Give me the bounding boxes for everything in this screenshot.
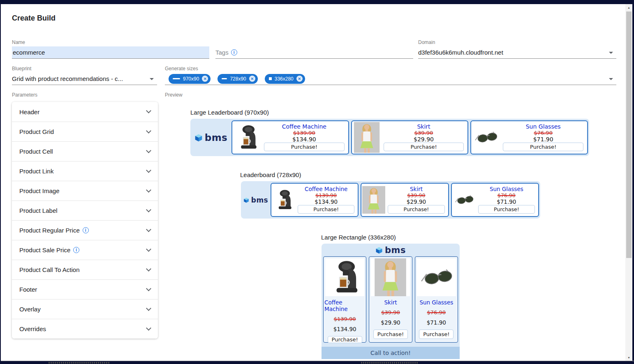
chevron-down-icon	[146, 207, 151, 212]
param-item-product-sale-price[interactable]: Product Sale Price	[12, 240, 158, 260]
chevron-down-icon	[146, 168, 151, 173]
product-old-price: $39.90	[414, 130, 433, 136]
product-old-price: $39.90	[381, 309, 400, 316]
product-name-link[interactable]: Skirt	[417, 123, 430, 130]
product-name-link[interactable]: Sun Glasses	[526, 123, 561, 130]
param-item-header[interactable]: Header	[12, 102, 158, 122]
chevron-down-icon	[146, 266, 151, 272]
param-item-product-cell[interactable]: Product Cell	[12, 141, 158, 161]
chevron-down-icon	[150, 78, 154, 80]
purchase-button[interactable]: Purchase!	[478, 205, 535, 214]
leaderboard-icon	[222, 78, 227, 79]
product-cell-skirt[interactable]: Skirt $39.90 $29.90 Purchase!	[351, 120, 469, 154]
param-item-product-label[interactable]: Product Label	[12, 200, 158, 220]
purchase-button[interactable]: Purchase!	[419, 329, 454, 339]
product-name-link[interactable]: Coffee Machine	[305, 186, 347, 192]
param-item-product-link[interactable]: Product Link	[12, 161, 158, 181]
parameters-accordion: Header Product Grid Product Cell Product…	[12, 102, 158, 339]
product-name-link[interactable]: Coffee Machine	[282, 123, 326, 130]
sunglasses-image	[453, 184, 476, 215]
product-old-price: $76.90	[497, 192, 516, 198]
product-name-link[interactable]: Sun Glasses	[419, 299, 453, 306]
banner-728x90: bms Coffee Machine $139.90 $134.90 Purch…	[241, 181, 540, 219]
tags-input[interactable]: Tags	[215, 46, 413, 59]
param-item-product-call-to-action[interactable]: Product Call To Action	[12, 260, 158, 279]
product-cell-coffee-machine[interactable]: Coffee Machine $139.90 $134.90 Purchase!	[231, 120, 349, 154]
close-icon[interactable]	[202, 76, 208, 82]
product-old-price: $39.90	[407, 192, 426, 198]
product-old-price: $139.90	[315, 192, 337, 198]
bms-logo: bms	[241, 196, 271, 204]
banner-970-title: Large Leaderboard (970x90)	[190, 109, 269, 116]
clipped-background-content	[0, 361, 634, 364]
purchase-button[interactable]: Purchase!	[328, 336, 362, 343]
purchase-button[interactable]: Purchase!	[503, 143, 583, 151]
chevron-down-icon	[146, 247, 151, 252]
banner-336-title: Large Rectangle (336x280)	[321, 234, 396, 241]
bms-cube-icon	[243, 197, 249, 203]
name-input[interactable]: ecommerce	[12, 46, 209, 59]
product-cell-coffee-machine[interactable]: Coffee Machine $139.90 $134.90 Purchase!	[323, 256, 366, 343]
sunglasses-image	[472, 122, 500, 153]
info-icon[interactable]	[231, 49, 237, 55]
param-item-footer[interactable]: Footer	[12, 279, 158, 299]
blueprint-label: Blueprint	[12, 66, 31, 71]
skirt-image	[371, 258, 410, 296]
call-to-action-bar[interactable]: Call to action!	[322, 347, 460, 359]
scrollbar[interactable]	[625, 4, 632, 361]
size-chip-728x90[interactable]: 728x90	[218, 74, 257, 84]
info-icon[interactable]	[83, 227, 89, 233]
close-icon[interactable]	[296, 76, 303, 82]
domain-value: d3fef36u6k6muh.cloudfront.net	[418, 49, 503, 56]
chevron-down-icon	[146, 286, 151, 291]
info-icon[interactable]	[73, 247, 79, 253]
purchase-button[interactable]: Purchase!	[298, 205, 354, 214]
purchase-button[interactable]: Purchase!	[264, 143, 345, 151]
purchase-button[interactable]: Purchase!	[373, 329, 408, 339]
product-sale-price: $134.90	[315, 198, 338, 205]
product-cell-coffee-machine[interactable]: Coffee Machine $139.90 $134.90 Purchase!	[271, 183, 359, 217]
chevron-down-icon	[146, 108, 151, 113]
scrollbar-thumb[interactable]	[626, 12, 632, 258]
purchase-button[interactable]: Purchase!	[384, 143, 464, 151]
param-item-product-image[interactable]: Product Image	[12, 181, 158, 200]
skirt-image	[353, 122, 381, 153]
product-sale-price: $29.90	[407, 198, 426, 205]
chevron-down-icon	[146, 187, 151, 193]
param-item-product-grid[interactable]: Product Grid	[12, 122, 158, 141]
close-icon[interactable]	[249, 76, 255, 82]
preview-label: Preview	[165, 92, 183, 98]
product-cell-sun-glasses[interactable]: Sun Glasses $76.90 $71.90 Purchase!	[415, 256, 458, 343]
product-name-link[interactable]: Skirt	[384, 299, 397, 306]
scroll-down-icon[interactable]	[625, 354, 632, 361]
leaderboard-wide-icon	[173, 78, 180, 79]
param-item-overrides[interactable]: Overrides	[12, 319, 158, 339]
param-item-overlay[interactable]: Overlay	[12, 299, 158, 319]
chevron-down-icon	[609, 52, 613, 54]
domain-label: Domain	[418, 39, 435, 45]
chevron-down-icon	[146, 148, 151, 153]
product-sale-price: $29.90	[381, 319, 400, 326]
bms-logo: bms	[322, 244, 460, 256]
product-old-price: $76.90	[534, 130, 553, 136]
generate-sizes-select[interactable]: 970x90 728x90 336x280	[165, 73, 616, 85]
bms-logo-text: bms	[385, 245, 406, 255]
product-cell-sun-glasses[interactable]: Sun Glasses $76.90 $71.90 Purchase!	[470, 120, 588, 154]
param-item-product-regular-price[interactable]: Product Regular Price	[12, 220, 158, 240]
page-title: Create Build	[12, 14, 56, 23]
size-chip-336x280[interactable]: 336x280	[265, 74, 305, 84]
chip-label: 336x280	[275, 76, 294, 82]
purchase-button[interactable]: Purchase!	[388, 205, 444, 214]
product-cell-sun-glasses[interactable]: Sun Glasses $76.90 $71.90 Purchase!	[451, 183, 539, 217]
product-name-link[interactable]: Skirt	[410, 186, 423, 192]
scroll-up-icon[interactable]	[625, 4, 632, 11]
product-name-link[interactable]: Sun Glasses	[490, 186, 523, 192]
domain-select[interactable]: d3fef36u6k6muh.cloudfront.net	[418, 46, 616, 59]
parameters-label: Parameters	[12, 92, 37, 98]
product-cell-skirt[interactable]: Skirt $39.90 $29.90 Purchase!	[361, 183, 449, 217]
product-cell-skirt[interactable]: Skirt $39.90 $29.90 Purchase!	[369, 256, 412, 343]
product-name-link[interactable]: Coffee Machine	[324, 299, 365, 312]
name-value: ecommerce	[13, 49, 45, 56]
blueprint-select[interactable]: Grid with product recommendations - c...	[12, 73, 157, 85]
size-chip-970x90[interactable]: 970x90	[169, 74, 211, 84]
